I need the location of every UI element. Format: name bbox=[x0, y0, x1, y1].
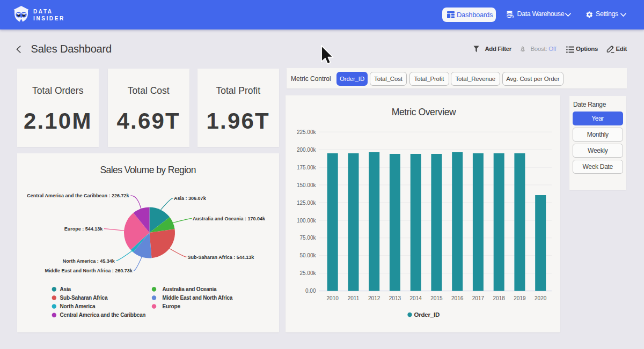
svg-text:Asia: Asia bbox=[60, 286, 71, 292]
svg-text:2014: 2014 bbox=[410, 295, 422, 301]
svg-text:Asia : 306.07k: Asia : 306.07k bbox=[174, 195, 207, 201]
svg-text:200.00k: 200.00k bbox=[297, 147, 317, 153]
svg-text:150.00k: 150.00k bbox=[297, 182, 317, 188]
svg-text:Order_ID: Order_ID bbox=[414, 311, 440, 318]
svg-text:225.00k: 225.00k bbox=[297, 129, 317, 135]
svg-text:100.00k: 100.00k bbox=[297, 218, 317, 224]
svg-text:2017: 2017 bbox=[472, 295, 485, 301]
svg-text:Australia and Oceania: Australia and Oceania bbox=[162, 286, 216, 292]
svg-text:Sales Volume by Region: Sales Volume by Region bbox=[100, 164, 196, 175]
svg-text:Middle East and North Africa :: Middle East and North Africa : 260.73k bbox=[45, 268, 133, 273]
svg-text:2018: 2018 bbox=[493, 295, 506, 301]
svg-text:2015: 2015 bbox=[430, 295, 443, 301]
svg-text:Australia and Oceania : 170.04: Australia and Oceania : 170.04k bbox=[193, 216, 266, 221]
svg-text:175.00k: 175.00k bbox=[297, 165, 317, 170]
svg-text:Europe: Europe bbox=[162, 303, 180, 309]
svg-text:2013: 2013 bbox=[389, 295, 401, 301]
svg-text:North America : 45.34k: North America : 45.34k bbox=[62, 258, 115, 263]
svg-text:25.00k: 25.00k bbox=[299, 270, 316, 276]
svg-text:North America: North America bbox=[60, 303, 96, 309]
svg-text:2011: 2011 bbox=[348, 295, 360, 301]
svg-text:Sub-Saharan Africa : 544.13k: Sub-Saharan Africa : 544.13k bbox=[187, 254, 254, 259]
svg-text:Central America and the Caribb: Central America and the Caribbean bbox=[60, 312, 145, 318]
svg-text:75.00k: 75.00k bbox=[299, 235, 316, 241]
svg-text:Central America and the Caribb: Central America and the Caribbean : 226.… bbox=[27, 193, 129, 198]
svg-text:2020: 2020 bbox=[535, 295, 547, 301]
svg-text:2016: 2016 bbox=[451, 295, 464, 301]
svg-text:Europe : 544.13k: Europe : 544.13k bbox=[64, 226, 103, 231]
svg-text:125.00k: 125.00k bbox=[297, 200, 317, 206]
svg-text:Middle East and North Africa: Middle East and North Africa bbox=[162, 295, 232, 301]
svg-text:0.00: 0.00 bbox=[305, 288, 316, 294]
svg-text:Sub-Saharan Africa: Sub-Saharan Africa bbox=[60, 295, 107, 301]
svg-text:Metric Overview: Metric Overview bbox=[392, 107, 456, 117]
svg-text:2019: 2019 bbox=[514, 295, 526, 301]
svg-text:2012: 2012 bbox=[368, 295, 380, 301]
svg-text:50.00k: 50.00k bbox=[299, 253, 316, 258]
svg-text:2010: 2010 bbox=[327, 295, 339, 301]
